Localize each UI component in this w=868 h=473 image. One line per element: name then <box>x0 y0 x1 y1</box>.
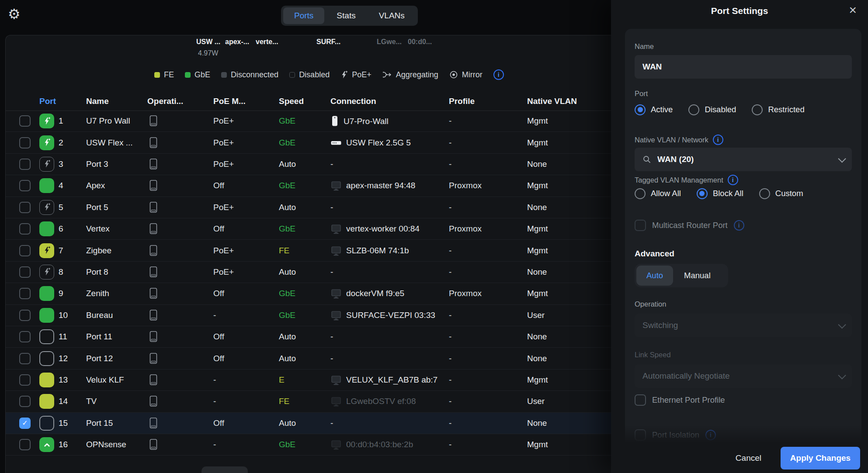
device-icon <box>148 158 159 171</box>
connection-cell: - <box>330 159 333 169</box>
poe-mode: - <box>213 397 216 406</box>
connection-name: 00:d0:b4:03:be:2b <box>346 440 413 449</box>
toggle-manual[interactable]: Manual <box>674 266 721 286</box>
device-icon <box>148 417 159 430</box>
legend-swatch <box>221 72 227 78</box>
computer-icon <box>330 310 342 321</box>
toggle-auto[interactable]: Auto <box>636 266 673 286</box>
native-vlan: None <box>527 354 547 363</box>
row-checkbox[interactable] <box>19 353 31 364</box>
computer-icon <box>330 374 342 386</box>
radio-allow-all-circle[interactable] <box>635 188 646 199</box>
port-name: Port 3 <box>86 159 108 169</box>
poe-mode: PoE+ <box>213 138 234 148</box>
row-checkbox[interactable]: ✓ <box>19 418 31 429</box>
row-checkbox[interactable] <box>19 374 31 386</box>
legend-label: FE <box>164 70 174 79</box>
chevron-down-icon <box>838 371 846 379</box>
row-checkbox[interactable] <box>19 223 31 235</box>
connection-cell: LGwebOSTV ef:08 <box>330 396 416 407</box>
poe-mode: Off <box>213 289 224 298</box>
radio-allow-all[interactable]: Allow All <box>635 188 681 199</box>
partial-bottom-button[interactable] <box>201 466 248 473</box>
computer-icon <box>330 439 342 450</box>
operation-label: Operation <box>635 300 852 308</box>
radio-active[interactable]: Active <box>635 104 673 115</box>
row-checkbox[interactable] <box>19 202 31 213</box>
info-icon[interactable]: i <box>493 69 504 80</box>
port-number: 14 <box>59 397 68 406</box>
device-label: LGwe... <box>377 38 402 46</box>
native-vlan: Mgmt <box>527 375 548 385</box>
port-name: Bureau <box>86 311 113 320</box>
close-icon[interactable]: × <box>849 3 857 17</box>
radio-active-circle[interactable] <box>635 104 646 115</box>
port-number: 10 <box>59 311 68 320</box>
poe-mode: PoE+ <box>213 203 234 212</box>
legend-item-mirror: Mirror <box>449 70 483 79</box>
row-checkbox[interactable] <box>19 439 31 450</box>
info-icon[interactable]: i <box>734 220 744 231</box>
row-checkbox[interactable] <box>19 115 31 127</box>
port-status-icon-poe-active <box>39 114 54 128</box>
row-checkbox[interactable] <box>19 396 31 407</box>
row-checkbox[interactable] <box>19 245 31 256</box>
device-icon <box>148 309 159 322</box>
speed: Auto <box>279 332 296 342</box>
gear-icon[interactable]: ⚙ <box>8 7 21 21</box>
info-icon[interactable]: i <box>713 135 723 145</box>
unifi-ports-page: ⚙ Ports Stats VLANs USW ...apex-...verte… <box>0 0 868 473</box>
port-number: 12 <box>59 354 68 363</box>
row-checkbox[interactable] <box>19 180 31 191</box>
column-header-poe-mode[interactable]: PoE M... <box>213 97 246 106</box>
radio-custom-circle[interactable] <box>759 188 770 199</box>
column-header-port[interactable]: Port <box>39 97 56 106</box>
multicast-checkbox[interactable] <box>635 220 646 231</box>
connection-cell: - <box>330 332 333 342</box>
column-header-connection[interactable]: Connection <box>330 97 376 106</box>
port-status-icon-disconnected <box>39 329 54 344</box>
apply-changes-button[interactable]: Apply Changes <box>781 447 860 470</box>
connection-name: - <box>330 418 333 428</box>
name-input[interactable]: WAN <box>635 55 852 79</box>
radio-restricted[interactable]: Restricted <box>752 104 804 115</box>
row-checkbox[interactable] <box>19 288 31 299</box>
legend-swatch <box>185 72 191 78</box>
device-label: SURF... <box>316 38 340 46</box>
tab-stats[interactable]: Stats <box>326 7 366 24</box>
port-name: Zigbee <box>86 246 111 255</box>
radio-block-all-circle[interactable] <box>697 188 708 199</box>
row-checkbox[interactable] <box>19 159 31 170</box>
column-header-speed[interactable]: Speed <box>279 97 304 106</box>
radio-custom[interactable]: Custom <box>759 188 803 199</box>
column-header-operation[interactable]: Operati... <box>147 97 183 106</box>
row-checkbox[interactable] <box>19 137 31 148</box>
ethernet-port-profile-checkbox[interactable] <box>635 394 646 406</box>
port-settings-form: Name WAN Port Active Disabled Restricted… <box>625 29 861 473</box>
column-header-name[interactable]: Name <box>86 97 109 106</box>
info-icon[interactable]: i <box>728 175 738 185</box>
poe-power-label: 4.97W <box>198 49 218 57</box>
row-checkbox[interactable] <box>19 331 31 342</box>
port-number: 6 <box>59 224 63 234</box>
profile: - <box>449 203 451 212</box>
column-header-native-vlan[interactable]: Native VLAN <box>527 97 577 106</box>
radio-block-all[interactable]: Block All <box>697 188 743 199</box>
device-label: 00:d0... <box>408 38 432 46</box>
speed: FE <box>279 397 289 406</box>
tab-vlans[interactable]: VLANs <box>368 7 416 24</box>
row-checkbox[interactable] <box>19 310 31 321</box>
radio-disabled[interactable]: Disabled <box>688 104 736 115</box>
port-number: 5 <box>59 203 63 212</box>
cancel-button[interactable]: Cancel <box>736 453 761 463</box>
link-speed-select[interactable]: Automatically Negotiate <box>635 364 852 388</box>
native-vlan: Mgmt <box>527 181 548 190</box>
radio-disabled-circle[interactable] <box>688 104 699 115</box>
radio-restricted-circle[interactable] <box>752 104 763 115</box>
column-header-profile[interactable]: Profile <box>449 97 475 106</box>
operation-select[interactable]: Switching <box>635 314 852 337</box>
device-icon <box>148 114 159 128</box>
tab-ports[interactable]: Ports <box>283 7 324 24</box>
row-checkbox[interactable] <box>19 266 31 278</box>
native-vlan-select[interactable]: WAN (20) <box>635 148 852 171</box>
